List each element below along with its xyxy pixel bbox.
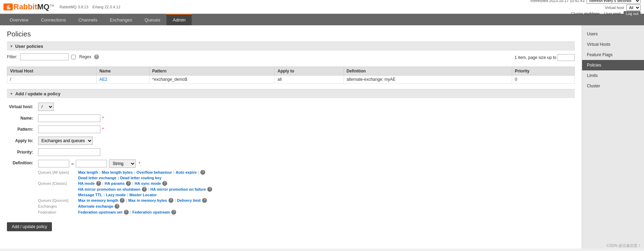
link-max-length-bytes[interactable]: Max length bytes bbox=[102, 170, 133, 174]
logo: 🐇 RabbitMQTM bbox=[3, 2, 54, 11]
table-row: / AE2 ^exchange_demo$ all alternate-exch… bbox=[7, 76, 575, 84]
def-type-select[interactable]: String Number Boolean List bbox=[109, 159, 136, 168]
link-ha-mirror-failure[interactable]: HA mirror promotion on failure bbox=[151, 187, 206, 191]
max-mem-bytes-help[interactable]: ? bbox=[169, 198, 173, 203]
vhost-select-cell: / all bbox=[36, 101, 215, 113]
tab-admin[interactable]: Admin bbox=[166, 14, 192, 25]
priority-input[interactable] bbox=[38, 148, 100, 156]
queues-quorum-section: Queues [Quorum] Max in memory length ? |… bbox=[38, 198, 212, 203]
form-table: Virtual host: / all Name: * bbox=[7, 101, 214, 217]
pattern-required: * bbox=[102, 127, 104, 132]
tab-connections[interactable]: Connections bbox=[35, 14, 72, 25]
sidebar-item-policies[interactable]: Policies bbox=[582, 60, 644, 70]
link-message-ttl[interactable]: Message TTL bbox=[78, 193, 102, 197]
def-required: * bbox=[138, 161, 140, 166]
def-value-input[interactable] bbox=[76, 160, 107, 167]
link-auto-expire[interactable]: Auto expire bbox=[176, 170, 197, 174]
link-ha-sync-mode[interactable]: HA sync mode bbox=[135, 181, 161, 185]
tab-channels[interactable]: Channels bbox=[72, 14, 103, 25]
refresh-select[interactable]: Refresh every 5 seconds Refresh every 10… bbox=[587, 0, 641, 4]
link-federation-upstream[interactable]: Federation upstream bbox=[132, 210, 170, 214]
col-name: Name bbox=[97, 67, 149, 76]
queues-classic-links: HA mode ? | HA params ? | HA sync mode ? bbox=[78, 181, 167, 186]
ha-params-help[interactable]: ? bbox=[126, 181, 131, 186]
link-master-locator[interactable]: Master Locator bbox=[129, 193, 157, 197]
user-policies-section: ▼ User policies Filter: Regex ? 1 item, … bbox=[7, 42, 575, 84]
queues-quorum-label: Queues [Quorum] bbox=[38, 198, 76, 202]
filter-input[interactable] bbox=[20, 53, 69, 60]
user-policies-header[interactable]: ▼ User policies bbox=[7, 42, 575, 51]
exchanges-label: Exchanges bbox=[38, 204, 76, 208]
queues-classic-links-2: HA mirror promotion on shutdown ? | HA m… bbox=[78, 187, 212, 192]
overflow-help-icon[interactable]: ? bbox=[200, 170, 205, 175]
delivery-limit-help[interactable]: ? bbox=[202, 198, 207, 203]
page-size-input[interactable]: 100 bbox=[557, 54, 575, 61]
queues-classic-label: Queues [Classic] bbox=[38, 181, 76, 185]
sidebar-item-cluster[interactable]: Cluster bbox=[582, 81, 644, 91]
ha-mirror-shutdown-help[interactable]: ? bbox=[142, 187, 147, 192]
filter-label: Filter: bbox=[7, 54, 17, 59]
ha-mirror-failure-help[interactable]: ? bbox=[207, 187, 212, 192]
tab-exchanges[interactable]: Exchanges bbox=[103, 14, 138, 25]
add-policy-header[interactable]: ▼ Add / update a policy bbox=[7, 89, 575, 98]
queues-all-section: Queues [All types] Max length | Max leng… bbox=[38, 170, 212, 175]
link-delivery-limit[interactable]: Delivery limit bbox=[177, 198, 201, 202]
alt-exchange-help[interactable]: ? bbox=[115, 204, 119, 209]
logout-button[interactable]: Log out bbox=[624, 11, 641, 16]
filter-help-icon[interactable]: ? bbox=[94, 54, 99, 59]
col-virtual-host: Virtual Host bbox=[7, 67, 97, 76]
top-right: Refreshed 2023-10-17 10:41:43 Refresh ev… bbox=[530, 0, 641, 16]
link-max-in-memory-bytes[interactable]: Max in memory bytes bbox=[128, 198, 167, 202]
exchanges-section: Exchanges Alternate exchange ? bbox=[38, 204, 212, 209]
user-label: User bbox=[604, 11, 612, 16]
definition-label: Definition: bbox=[12, 161, 33, 165]
apply-to-select[interactable]: Exchanges and queues Exchanges Queues bbox=[38, 137, 93, 145]
link-lazy-mode[interactable]: Lazy mode bbox=[106, 193, 126, 197]
ha-mode-help[interactable]: ? bbox=[96, 181, 101, 186]
federation-label: Federation bbox=[38, 210, 76, 214]
add-policy-button[interactable]: Add / update policy bbox=[7, 222, 52, 231]
exchanges-links: Alternate exchange ? bbox=[78, 204, 119, 209]
cluster-label: Cluster bbox=[571, 11, 583, 16]
sidebar-item-virtual-hosts[interactable]: Virtual Hosts bbox=[582, 39, 644, 50]
cell-name[interactable]: AE2 bbox=[97, 76, 149, 84]
link-ha-mirror-shutdown[interactable]: HA mirror promotion on shutdown bbox=[78, 187, 140, 191]
regex-checkbox[interactable] bbox=[71, 55, 76, 59]
fed-upstream-help[interactable]: ? bbox=[171, 210, 176, 215]
link-overflow-behaviour[interactable]: Overflow behaviour bbox=[136, 170, 172, 174]
name-label: Name: bbox=[20, 116, 33, 121]
pattern-label-cell: Pattern: bbox=[7, 124, 36, 135]
fed-upstream-set-help[interactable]: ? bbox=[124, 210, 129, 215]
pattern-label: Pattern: bbox=[17, 127, 33, 132]
sidebar-item-feature-flags[interactable]: Feature Flags bbox=[582, 50, 644, 60]
col-pattern: Pattern bbox=[149, 67, 274, 76]
erlang-version: Erlang 22.3.4.12 bbox=[92, 5, 120, 9]
ha-sync-help[interactable]: ? bbox=[162, 181, 167, 186]
link-alternate-exchange[interactable]: Alternate exchange bbox=[78, 204, 113, 208]
form-vhost-select[interactable]: / all bbox=[38, 103, 54, 111]
priority-label: Priority: bbox=[17, 150, 33, 155]
link-dead-letter-exchange[interactable]: Dead letter exchange bbox=[78, 176, 117, 180]
link-ha-mode[interactable]: HA mode bbox=[78, 181, 95, 185]
cell-pattern: ^exchange_demo$ bbox=[149, 76, 274, 84]
link-dead-letter-routing-key[interactable]: Dead letter routing key bbox=[120, 176, 161, 180]
sidebar-item-limits[interactable]: Limits bbox=[582, 70, 644, 81]
tab-queues[interactable]: Queues bbox=[138, 14, 167, 25]
pattern-input[interactable] bbox=[38, 125, 100, 133]
cell-virtual-host: / bbox=[7, 76, 97, 84]
user-policies-label: User policies bbox=[15, 44, 43, 49]
link-max-in-memory-length[interactable]: Max in memory length bbox=[78, 198, 118, 202]
tab-overview[interactable]: Overview bbox=[3, 14, 35, 25]
link-max-length[interactable]: Max length bbox=[78, 170, 98, 174]
max-mem-len-help[interactable]: ? bbox=[120, 198, 125, 203]
sidebar-item-users[interactable]: Users bbox=[582, 29, 644, 39]
link-ha-params[interactable]: HA params bbox=[105, 181, 125, 185]
def-key-input[interactable] bbox=[38, 160, 69, 167]
link-federation-upstream-set[interactable]: Federation upstream set bbox=[78, 210, 123, 214]
user-value: root bbox=[613, 11, 620, 16]
federation-section: Federation Federation upstream set ? | F… bbox=[38, 210, 212, 215]
virtual-host-select[interactable]: All bbox=[626, 5, 641, 11]
cell-definition: alternate-exchange: myAE bbox=[344, 76, 512, 84]
name-input[interactable] bbox=[38, 114, 100, 122]
federation-links: Federation upstream set ? | Federation u… bbox=[78, 210, 176, 215]
